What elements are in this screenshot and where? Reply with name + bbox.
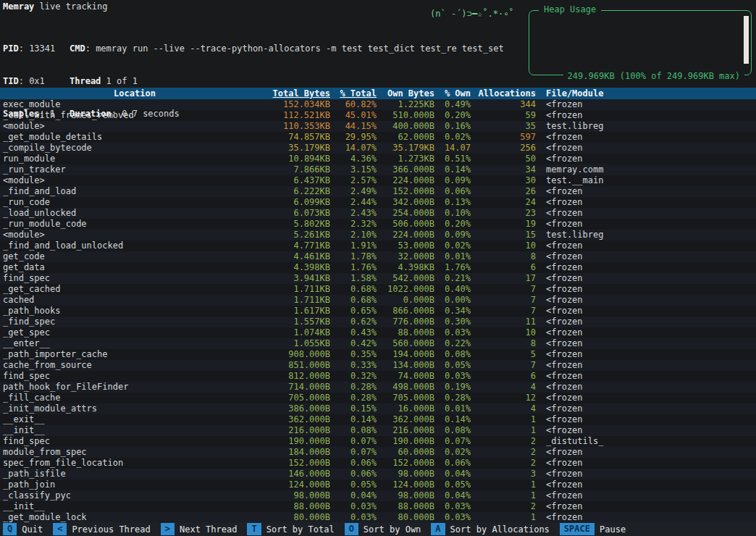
own-bytes-cell: 506.000B <box>377 219 434 230</box>
allocations-cell: 1 <box>471 490 536 501</box>
own-bytes-cell: 866.000B <box>377 306 434 317</box>
file-module-cell: <frozen <box>536 295 756 306</box>
pct-own-cell: 0.03% <box>434 501 471 512</box>
footer-key-sort-by-own[interactable]: OSort by Own <box>345 523 427 535</box>
file-module-cell: <frozen <box>536 414 756 425</box>
pct-total-cell: 2.10% <box>330 230 377 240</box>
key-badge[interactable]: A <box>431 523 445 535</box>
total-bytes-cell: 6.222KB <box>266 186 330 197</box>
file-module-cell: <frozen <box>536 186 756 197</box>
pct-total-cell: 2.32% <box>330 219 377 230</box>
allocations-cell: 26 <box>471 186 536 197</box>
pct-own-cell: 0.14% <box>434 414 471 425</box>
pct-own-cell: 0.05% <box>434 480 471 490</box>
cmd-field: CMD: memray run --live --trace-python-al… <box>70 43 504 54</box>
key-badge[interactable]: O <box>345 523 358 535</box>
total-bytes-cell: 5.261KB <box>266 230 330 240</box>
key-badge[interactable]: SPACE <box>560 523 595 535</box>
footer-key-sort-by-allocations[interactable]: ASort by Allocations <box>431 523 555 535</box>
footer-key-previous-thread[interactable]: <Previous Thread <box>53 523 156 535</box>
table-row: <module>6.437KB2.57%224.000B0.09%30test.… <box>0 175 756 186</box>
total-bytes-cell: 6.437KB <box>266 175 330 186</box>
pct-own-cell: 0.34% <box>434 306 471 317</box>
table-row: _get_module_lock80.000B0.03%80.000B0.03%… <box>0 512 756 523</box>
file-module-cell: <frozen <box>536 110 756 121</box>
file-module-cell: test.libreg <box>536 121 756 132</box>
allocations-cell: 4 <box>471 403 536 414</box>
pct-total-cell: 0.03% <box>330 501 377 512</box>
pct-own-cell: 0.40% <box>434 284 471 295</box>
pct-total-cell: 0.05% <box>330 480 377 490</box>
table-row: _init_module_attrs386.000B0.15%16.000B0.… <box>0 403 756 414</box>
allocations-cell: 50 <box>471 154 536 164</box>
allocations-cell: 5 <box>471 349 536 360</box>
allocations-cell: 7 <box>471 360 536 371</box>
file-module-cell: <frozen <box>536 360 756 371</box>
table-row: get_data4.398KB1.76%4.398KB1.76%6<frozen <box>0 262 756 273</box>
own-bytes-cell: 1.273KB <box>377 154 434 164</box>
table-row: __exit__362.000B0.14%362.000B0.14%1<froz… <box>0 414 756 425</box>
own-bytes-cell: 80.000B <box>377 512 434 523</box>
pct-total-cell: 1.91% <box>330 240 377 251</box>
footer-key-sort-by-total[interactable]: TSort by Total <box>247 523 340 535</box>
allocations-cell: 8 <box>471 251 536 262</box>
own-bytes-cell: 0.000B <box>377 295 434 306</box>
total-bytes-cell: 152.000B <box>266 458 330 469</box>
total-bytes-cell: 1.074KB <box>266 327 330 338</box>
allocations-cell: 7 <box>471 284 536 295</box>
pct-own-cell: 0.05% <box>434 360 471 371</box>
pct-total-cell: 0.07% <box>330 436 377 447</box>
location-cell: _compile_bytecode <box>0 143 266 154</box>
thread-field: Thread 1 of 1 <box>70 76 138 87</box>
pct-own-cell: 0.04% <box>434 490 471 501</box>
own-bytes-cell: 53.000B <box>377 240 434 251</box>
footer-key-next-thread[interactable]: >Next Thread <box>161 523 243 535</box>
file-module-cell: <frozen <box>536 480 756 490</box>
own-bytes-cell: 98.000B <box>377 469 434 480</box>
own-bytes-cell: 194.000B <box>377 349 434 360</box>
file-module-cell: test.__main <box>536 175 756 186</box>
location-cell: find_spec <box>0 436 266 447</box>
allocations-cell: 3 <box>471 469 536 480</box>
total-bytes-cell: 3.941KB <box>266 273 330 284</box>
pct-own-cell: 0.00% <box>434 295 471 306</box>
own-bytes-cell: 60.000B <box>377 447 434 458</box>
footer-key-pause[interactable]: SPACEPause <box>560 523 631 535</box>
total-bytes-cell: 6.073KB <box>266 208 330 219</box>
table-row: _run_code6.099KB2.44%342.000B0.13%24<fro… <box>0 197 756 208</box>
key-badge[interactable]: T <box>247 523 261 535</box>
table-row: cached1.711KB0.68%0.000B0.00%7<frozen <box>0 295 756 306</box>
location-cell: _get_spec <box>0 327 266 338</box>
pct-own-cell: 0.02% <box>434 240 471 251</box>
table-row: _path_importer_cache908.000B0.35%194.000… <box>0 349 756 360</box>
file-module-cell: <frozen <box>536 99 756 110</box>
total-bytes-cell: 6.099KB <box>266 197 330 208</box>
allocations-cell: 24 <box>471 197 536 208</box>
key-badge[interactable]: < <box>53 523 67 535</box>
heap-gauge-bar <box>744 16 749 64</box>
allocations-cell: 2 <box>471 447 536 458</box>
pct-total-cell: 2.44% <box>330 197 377 208</box>
pct-own-cell: 0.08% <box>434 425 471 436</box>
allocations-cell: 6 <box>471 262 536 273</box>
pct-total-cell: 0.03% <box>330 512 377 523</box>
allocations-cell: 1 <box>471 425 536 436</box>
app-title: Memray live tracking <box>3 1 108 12</box>
total-bytes-cell: 5.802KB <box>266 219 330 230</box>
location-cell: _load_unlocked <box>0 208 266 219</box>
location-cell: _run_code <box>0 197 266 208</box>
process-stats: PID: 13341 CMD: memray run --live --trac… <box>3 22 504 141</box>
own-bytes-cell: 542.000B <box>377 273 434 284</box>
location-cell: _run_tracker <box>0 164 266 175</box>
own-bytes-cell: 254.000B <box>377 208 434 219</box>
total-bytes-cell: 1.617KB <box>266 306 330 317</box>
app-name: Memray <box>3 1 34 12</box>
total-bytes-cell: 851.000B <box>266 360 330 371</box>
footer-key-quit[interactable]: QQuit <box>3 523 49 535</box>
key-badge[interactable]: > <box>161 523 175 535</box>
pct-total-cell: 14.07% <box>330 143 377 154</box>
pct-total-cell: 0.65% <box>330 306 377 317</box>
pct-total-cell: 0.06% <box>330 469 377 480</box>
pct-total-cell: 0.08% <box>330 425 377 436</box>
key-badge[interactable]: Q <box>3 523 17 535</box>
